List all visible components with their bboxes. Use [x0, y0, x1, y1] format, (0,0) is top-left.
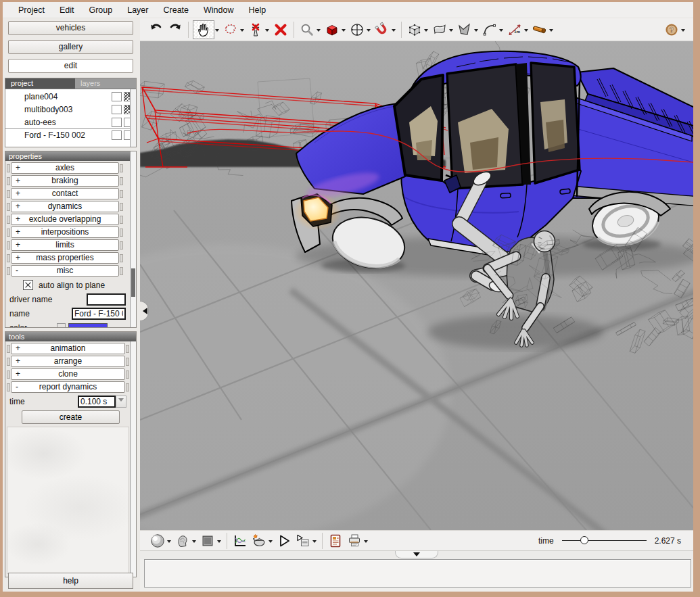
render-teapot-button[interactable]: [250, 532, 268, 550]
panel-splitter[interactable]: [140, 550, 693, 559]
section-report-dynamics[interactable]: -report dynamics: [11, 381, 125, 393]
zoom-tool-button[interactable]: [298, 21, 316, 39]
chevron-down-icon[interactable]: [524, 29, 528, 34]
color-alt-box[interactable]: [57, 323, 66, 327]
menu-group[interactable]: Group: [81, 3, 120, 18]
help-tool-button[interactable]: ?: [663, 21, 680, 39]
chevron-down-icon[interactable]: [364, 540, 368, 545]
toolbar-separator: [227, 533, 227, 549]
chevron-down-icon[interactable]: [192, 540, 196, 545]
polygon-button[interactable]: [456, 21, 473, 39]
slider-track[interactable]: [562, 540, 647, 541]
render-sphere-button[interactable]: [149, 532, 166, 550]
section-axles[interactable]: +axles: [11, 162, 119, 174]
chevron-down-icon[interactable]: [217, 540, 221, 545]
chevron-down-icon[interactable]: [424, 29, 428, 34]
viewport-canvas[interactable]: [140, 41, 693, 530]
item-checkbox-1[interactable]: [112, 118, 122, 127]
move-tool-button[interactable]: [348, 21, 366, 39]
scrollbar-thumb[interactable]: [131, 268, 135, 297]
driver-name-input[interactable]: [87, 293, 126, 306]
tools-scrollbar[interactable]: [130, 341, 136, 577]
plot-button[interactable]: [231, 532, 249, 550]
chevron-down-icon[interactable]: [240, 29, 244, 34]
play-report-button[interactable]: [294, 532, 312, 550]
redo-button[interactable]: [166, 21, 184, 39]
section-animation[interactable]: +animation: [11, 343, 125, 354]
item-checkbox-1[interactable]: [112, 105, 122, 114]
section-exclude-overlapping[interactable]: +exclude overlapping: [11, 214, 119, 225]
chevron-down-icon[interactable]: [215, 29, 219, 34]
chevron-down-icon[interactable]: [269, 540, 273, 545]
surface-button[interactable]: [431, 21, 448, 39]
vertex-box-button[interactable]: [406, 21, 423, 39]
properties-scrollbar[interactable]: [130, 151, 136, 327]
chevron-down-icon[interactable]: [449, 29, 453, 34]
time-input[interactable]: [78, 396, 116, 408]
measure-button[interactable]: 1m: [506, 21, 523, 39]
auto-align-checkbox[interactable]: [23, 280, 33, 290]
time-slider[interactable]: [562, 536, 647, 545]
color-swatch[interactable]: [68, 323, 108, 328]
report-document-button[interactable]: [327, 532, 344, 550]
chevron-down-icon[interactable]: [317, 29, 321, 34]
chevron-down-icon[interactable]: [681, 29, 685, 34]
chevron-down-icon[interactable]: [167, 540, 171, 545]
solid-box-button[interactable]: [323, 21, 341, 39]
sculpt-tool-button[interactable]: [531, 21, 549, 39]
slider-handle[interactable]: [580, 536, 588, 544]
section-interpositions[interactable]: +interpositions: [11, 226, 119, 238]
section-braking[interactable]: +braking: [11, 175, 119, 187]
menu-layer[interactable]: Layer: [120, 3, 156, 18]
render-head-button[interactable]: [174, 532, 191, 550]
print-button[interactable]: [346, 532, 363, 550]
chevron-down-icon[interactable]: [265, 29, 269, 34]
section-arrange[interactable]: +arrange: [11, 356, 125, 367]
chevron-down-icon[interactable]: [549, 29, 553, 34]
arc-button[interactable]: [481, 21, 498, 39]
render-flat-button[interactable]: [199, 532, 216, 550]
chevron-down-icon[interactable]: [499, 29, 503, 34]
delete-button[interactable]: [272, 21, 289, 39]
create-button[interactable]: create: [22, 410, 120, 424]
viewport-3d[interactable]: [140, 41, 693, 530]
item-checkbox-1[interactable]: [112, 130, 122, 140]
menu-create[interactable]: Create: [156, 3, 196, 18]
list-item[interactable]: auto-ees: [5, 116, 136, 128]
tab-layers[interactable]: layers: [75, 78, 106, 89]
pan-tool-button[interactable]: [193, 20, 214, 39]
section-clone[interactable]: +clone: [11, 368, 125, 380]
section-misc[interactable]: -misc: [11, 265, 119, 277]
list-item[interactable]: plane004: [5, 90, 136, 103]
deselect-button[interactable]: [247, 21, 264, 39]
magnet-tool-button[interactable]: [373, 21, 391, 39]
undo-button[interactable]: [147, 21, 165, 39]
lasso-select-button[interactable]: [222, 21, 239, 39]
name-input[interactable]: [72, 308, 126, 320]
section-mass-properties[interactable]: +mass properties: [11, 252, 119, 264]
play-button[interactable]: [275, 532, 293, 550]
section-limits[interactable]: +limits: [11, 239, 119, 251]
menu-edit[interactable]: Edit: [52, 3, 82, 18]
section-dynamics[interactable]: +dynamics: [11, 201, 119, 212]
time-dropdown-button[interactable]: [116, 396, 126, 408]
menu-project[interactable]: Project: [11, 3, 52, 18]
chevron-down-icon[interactable]: [392, 29, 396, 34]
gallery-button[interactable]: gallery: [8, 40, 133, 54]
list-item[interactable]: Ford - F-150 002: [5, 128, 136, 141]
chevron-down-icon[interactable]: [342, 29, 346, 34]
menu-window[interactable]: Window: [196, 3, 241, 18]
splitter-collapse-tab[interactable]: [395, 551, 438, 558]
vehicles-button[interactable]: vehicles: [8, 21, 133, 35]
help-button[interactable]: help: [8, 573, 133, 589]
item-checkbox-1[interactable]: [112, 92, 122, 101]
chevron-down-icon[interactable]: [474, 29, 478, 34]
chevron-down-icon[interactable]: [367, 29, 371, 34]
list-item[interactable]: multibody003: [5, 103, 136, 116]
tab-project[interactable]: project: [5, 78, 75, 89]
chevron-down-icon[interactable]: [312, 540, 317, 545]
edit-button[interactable]: edit: [8, 59, 133, 73]
menu-help[interactable]: Help: [241, 3, 273, 18]
list-scrollbar[interactable]: [130, 89, 136, 147]
section-contact[interactable]: +contact: [11, 188, 119, 199]
